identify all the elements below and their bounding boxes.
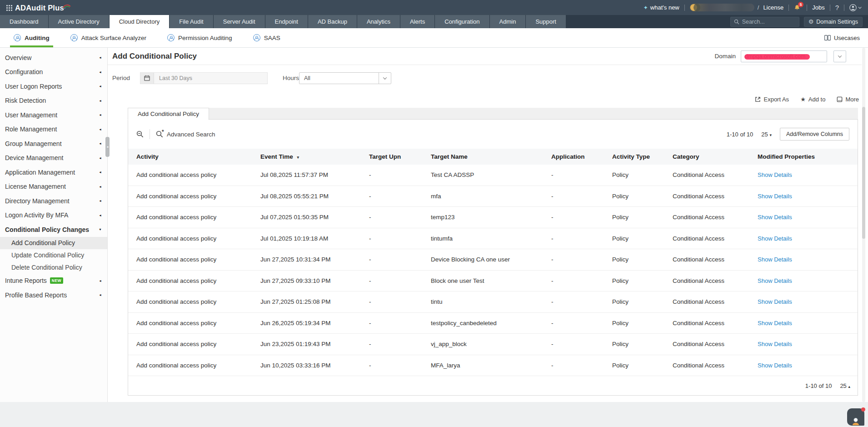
col-target-upn[interactable]: Target Upn (369, 153, 431, 160)
scrollbar-thumb[interactable] (862, 107, 865, 239)
sidebar-item[interactable]: Directory Management ◄ (0, 194, 107, 208)
page-size-dropdown-bottom[interactable]: 25 ▴ (840, 382, 850, 389)
show-details-link[interactable]: Show Details (758, 256, 792, 263)
divider (807, 5, 807, 11)
module-tab[interactable]: AD Backup (308, 15, 357, 28)
apps-grid-icon[interactable] (6, 5, 8, 6)
module-tab[interactable]: Server Audit (214, 15, 265, 28)
usecases-button[interactable]: Usecases (824, 35, 868, 41)
show-details-link[interactable]: Show Details (758, 193, 792, 200)
sidebar-item-label: Logon Activity By MFA (5, 211, 68, 219)
notifications-bell-icon[interactable]: 5 (794, 5, 800, 11)
avatar-icon (849, 4, 857, 11)
report-tab-add-conditional-policy[interactable]: Add Conditional Policy (128, 108, 209, 120)
col-application[interactable]: Application (551, 153, 612, 160)
vertical-scrollbar[interactable] (862, 48, 865, 402)
show-details-link[interactable]: Show Details (758, 277, 792, 284)
subnav-item[interactable]: Attack Surface Analyzer (70, 28, 146, 47)
show-details-link[interactable]: Show Details (758, 298, 792, 305)
advanced-search-label[interactable]: Advanced Search (167, 131, 215, 138)
cell-activity: Add conditional access policy (136, 277, 260, 284)
cell-activity: Add conditional access policy (136, 214, 260, 221)
domain-select[interactable]: dmpqa.onmicrosoft.com (741, 50, 827, 62)
sidebar-item[interactable]: Conditional Policy Changes ▼ (0, 222, 107, 237)
subnav-item[interactable]: SAAS (253, 28, 280, 47)
sidebar-item[interactable]: Intune Reports NEW ◄ (0, 274, 107, 288)
module-tab[interactable]: Dashboard (0, 15, 48, 28)
divider (830, 5, 830, 11)
column-search-icon[interactable] (136, 131, 144, 138)
sidebar-item[interactable]: Device Management ◄ (0, 151, 107, 166)
license-link[interactable]: License (763, 4, 783, 11)
add-to-button[interactable]: ★ Add to (800, 96, 825, 103)
advanced-search-icon[interactable]: ★ (156, 131, 163, 138)
global-search[interactable] (730, 17, 799, 27)
chevron-down-icon (838, 54, 842, 57)
sidebar-item-label: License Management (5, 183, 66, 190)
module-tab[interactable]: Admin (490, 15, 526, 28)
help-icon[interactable]: ? (835, 4, 839, 11)
col-activity-type[interactable]: Activity Type (612, 153, 673, 160)
domain-label: Domain (714, 53, 736, 60)
module-tab[interactable]: Alerts (400, 15, 434, 28)
chat-notification-dot (861, 407, 865, 412)
sidebar-item[interactable]: Group Management ◄ (0, 136, 107, 151)
support-chat-widget[interactable] (847, 408, 864, 426)
sidebar-item[interactable]: Logon Activity By MFA ◄ (0, 208, 107, 223)
cell-activity-type: Policy (612, 193, 673, 200)
more-button[interactable]: More (837, 96, 859, 103)
sidebar-item[interactable]: Profile Based Reports ◄ (0, 288, 107, 302)
subnav-item[interactable]: Permission Auditing (167, 28, 232, 47)
sidebar-item[interactable]: Add Conditional Policy (0, 237, 107, 249)
sidebar-item[interactable]: License Management ◄ (0, 180, 107, 194)
cell-target-name: testpolicy_canbedeleted (431, 320, 551, 327)
sidebar-item[interactable]: Application Management ◄ (0, 165, 107, 180)
gear-icon: ⚙ (808, 19, 814, 25)
whats-new-link[interactable]: ✦what's new (644, 4, 679, 11)
cell-target-name: vj_app_block (431, 341, 551, 347)
show-details-link[interactable]: Show Details (758, 341, 792, 347)
module-tab[interactable]: Analytics (357, 15, 400, 28)
hours-select[interactable]: All (299, 72, 391, 84)
col-modified-properties[interactable]: Modified Properties (758, 153, 858, 160)
module-tab[interactable]: Cloud Directory (110, 15, 170, 28)
cell-application: - (551, 362, 612, 369)
show-details-link[interactable]: Show Details (758, 214, 792, 221)
sidebar-item[interactable]: Update Conditional Policy (0, 249, 107, 261)
search-input[interactable] (742, 19, 792, 25)
jobs-link[interactable]: Jobs (812, 4, 824, 11)
col-event-time[interactable]: Event Time ▾ (260, 153, 369, 160)
show-details-link[interactable]: Show Details (758, 235, 792, 242)
add-remove-columns-button[interactable]: Add/Remove Columns (780, 128, 849, 141)
divider (788, 5, 789, 11)
sidebar-item[interactable]: User Logon Reports ◄ (0, 79, 107, 94)
export-as-button[interactable]: Export As (755, 96, 789, 103)
hours-label: Hours (283, 75, 299, 81)
sidebar-item[interactable]: Overview ◄ (0, 50, 107, 65)
module-tab[interactable]: Support (526, 15, 566, 28)
sidebar-item[interactable]: Risk Detection ◄ (0, 94, 107, 108)
module-tab[interactable]: Configuration (435, 15, 489, 28)
show-details-link[interactable]: Show Details (758, 171, 792, 178)
module-tab[interactable]: File Audit (170, 15, 213, 28)
page-size-dropdown[interactable]: 25 ▾ (761, 131, 772, 138)
domain-select-caret[interactable] (833, 50, 846, 62)
col-activity[interactable]: Activity (136, 153, 260, 160)
cell-activity-type: Policy (612, 171, 673, 178)
period-picker[interactable]: Last 30 Days (140, 72, 268, 84)
domain-settings-button[interactable]: ⚙ Domain Settings (804, 17, 863, 27)
subnav-item[interactable]: Auditing (14, 28, 50, 47)
sidebar-collapse-handle[interactable]: ◂ (105, 137, 110, 157)
sidebar-item[interactable]: Delete Conditional Policy (0, 261, 107, 274)
module-tab[interactable]: Active Directory (49, 15, 109, 28)
module-tab[interactable]: Endpoint (265, 15, 308, 28)
col-category[interactable]: Category (673, 153, 758, 160)
col-target-name[interactable]: Target Name (431, 153, 551, 160)
cell-category: Conditional Access (673, 214, 758, 221)
sidebar-item[interactable]: User Management ◄ (0, 108, 107, 122)
sidebar-item[interactable]: Role Management ◄ (0, 122, 107, 137)
user-avatar-menu[interactable] (849, 4, 861, 11)
sidebar-item[interactable]: Configuration ◄ (0, 65, 107, 80)
show-details-link[interactable]: Show Details (758, 362, 792, 369)
show-details-link[interactable]: Show Details (758, 320, 792, 327)
